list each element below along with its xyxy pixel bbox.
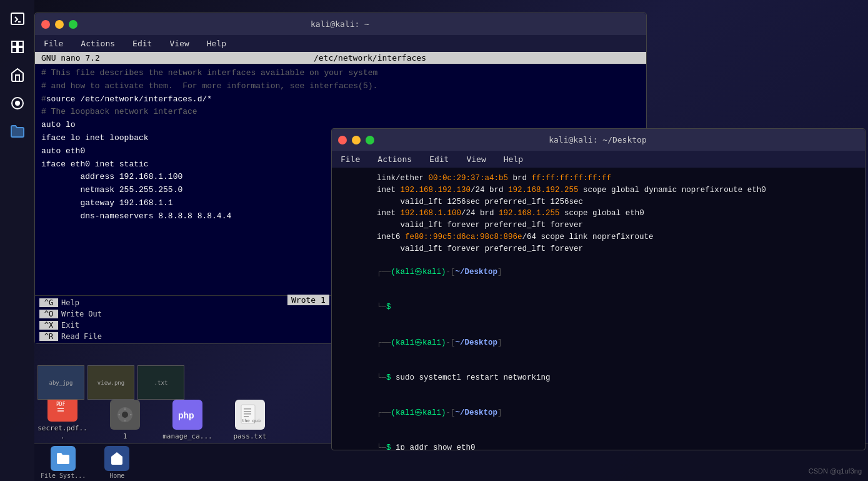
desktop-file-1[interactable]: 1 — [100, 400, 150, 440]
terminal-window: kali@kali: ~/Desktop File Actions Edit V… — [331, 128, 866, 450]
term-prompt-3: ┌──(kali㉿kali)-[~/Desktop] — [339, 395, 857, 430]
desktop-file-pass-txt[interactable]: the quieter pass.txt — [225, 400, 275, 440]
svg-text:PDF: PDF — [56, 402, 66, 407]
desktop-thumb-2[interactable]: view.png — [87, 365, 134, 400]
svg-text:php: php — [178, 410, 194, 420]
nano-menu-help[interactable]: Help — [204, 38, 229, 49]
term-prompt-1: ┌──(kali㉿kali)-[~/Desktop] — [339, 255, 857, 290]
terminal-menu-edit[interactable]: Edit — [427, 153, 451, 165]
svg-rect-4 — [12, 48, 17, 53]
nano-titlebar: kali@kali: ~ — [35, 13, 646, 35]
svg-rect-5 — [18, 48, 23, 53]
nano-line-1: # This file describes the network interf… — [41, 67, 640, 80]
svg-point-7 — [15, 101, 20, 106]
shortcut-write-out: ^O Write Out — [36, 308, 341, 320]
file-icon-php: php — [172, 400, 202, 430]
nano-version: GNU nano 7.2 — [41, 53, 100, 63]
nano-menu-bar: File Actions Edit View Help — [35, 35, 646, 52]
svg-point-13 — [122, 412, 128, 418]
nano-line-4: #source /etc/network/interfaces.d/* — [41, 93, 640, 106]
shortcut-desc-readfile: Read File — [61, 332, 102, 341]
term-prompt-1b: └─$ — [339, 290, 857, 325]
svg-rect-20 — [244, 416, 249, 417]
svg-rect-3 — [18, 41, 23, 46]
term-output-5: valid_lft forever preferred_lft forever — [339, 220, 857, 231]
sidebar-icon-folder[interactable] — [5, 119, 30, 144]
nano-close-button[interactable] — [41, 20, 50, 29]
svg-rect-17 — [244, 408, 251, 410]
term-output-4: inet 192.168.1.100/24 brd 192.168.1.255 … — [339, 208, 857, 220]
term-output-2: inet 192.168.192.130/24 brd 192.168.192.… — [339, 185, 857, 196]
shortcut-key-writeout: ^O — [39, 310, 58, 318]
taskbar-item-folder[interactable]: File Syst... — [41, 446, 86, 479]
nano-header-bar: GNU nano 7.2 /etc/network/interfaces — [35, 52, 646, 64]
svg-text:the quieter: the quieter — [242, 418, 261, 423]
file-icon-txt: the quieter — [235, 400, 265, 430]
sidebar — [0, 0, 34, 481]
term-prompt-3b: └─$ ip addr show eth0 — [339, 431, 857, 450]
terminal-menu-view[interactable]: View — [464, 153, 488, 165]
desktop-thumb-1[interactable]: aby_jpg — [37, 365, 84, 400]
term-output-6: inet6 fe80::99c5:d6ca:98c8:896e/64 scope… — [339, 231, 857, 243]
term-output-3: valid_lft 1256sec preferred_lft 1256sec — [339, 196, 857, 208]
svg-rect-10 — [57, 408, 64, 409]
sidebar-icon-files[interactable] — [5, 34, 30, 59]
nano-line-6: # The loopback network interface — [41, 106, 640, 119]
desktop-thumb-3[interactable]: .txt — [137, 365, 184, 400]
terminal-content[interactable]: link/ether 00:0c:29:37:a4:b5 brd ff:ff:f… — [332, 168, 865, 450]
terminal-menu-actions[interactable]: Actions — [375, 153, 414, 165]
sidebar-icon-terminal[interactable] — [5, 6, 30, 31]
desktop: kali@kali: ~ File Actions Edit View Help… — [0, 0, 868, 481]
term-output-7: valid_lft forever preferred_lft forever — [339, 243, 857, 255]
shortcut-key-readfile: ^R — [39, 332, 58, 341]
term-prompt-2: ┌──(kali㉿kali)-[~/Desktop] — [339, 325, 857, 360]
shortcut-exit: ^X Exit — [36, 320, 341, 331]
terminal-maximize-button[interactable] — [366, 136, 374, 144]
svg-rect-9 — [57, 410, 64, 412]
terminal-titlebar: kali@kali: ~/Desktop — [332, 129, 865, 151]
taskbar-label-home: Home — [109, 472, 124, 479]
desktop-file-manage-ca[interactable]: php manage_ca... — [162, 400, 212, 440]
terminal-menu-bar: File Actions Edit View Help — [332, 151, 865, 168]
wrote-message: Wrote 1 — [287, 295, 329, 305]
shortcut-key-help: ^G — [39, 298, 58, 307]
svg-rect-19 — [244, 413, 251, 415]
file-label-1: 1 — [123, 432, 127, 440]
terminal-minimize-button[interactable] — [352, 136, 361, 144]
file-icon-gear — [110, 400, 140, 430]
nano-window-title: kali@kali: ~ — [311, 19, 369, 29]
nano-line-2: # and how to activate them. For more inf… — [41, 80, 640, 93]
nano-maximize-button[interactable] — [69, 20, 77, 29]
taskbar-home-icon — [104, 446, 129, 471]
nano-window-controls — [41, 20, 77, 29]
term-prompt-2b: └─$ sudo systemctl restart networking — [339, 360, 857, 395]
terminal-menu-file[interactable]: File — [338, 153, 362, 165]
terminal-menu-help[interactable]: Help — [501, 153, 526, 165]
nano-minimize-button[interactable] — [55, 20, 64, 29]
nano-menu-view[interactable]: View — [167, 38, 191, 49]
term-output-1: link/ether 00:0c:29:37:a4:b5 brd ff:ff:f… — [339, 173, 857, 185]
nano-menu-actions[interactable]: Actions — [78, 38, 117, 49]
terminal-window-controls — [338, 136, 374, 144]
shortcut-desc-help: Help — [61, 298, 79, 307]
desktop-thumbnails: aby_jpg view.png .txt — [37, 365, 184, 400]
taskbar-label-folder: File Syst... — [41, 472, 86, 479]
shortcut-desc-writeout: Write Out — [61, 310, 102, 318]
nano-menu-file[interactable]: File — [41, 38, 66, 49]
sidebar-icon-home[interactable] — [5, 63, 30, 88]
shortcut-key-exit: ^X — [39, 321, 58, 330]
terminal-window-title: kali@kali: ~/Desktop — [549, 135, 647, 144]
shortcut-desc-exit: Exit — [61, 321, 79, 330]
watermark: CSDN @q1uf3ng — [809, 467, 862, 475]
file-label-secret-pdf: secret.pdf... — [37, 424, 87, 440]
taskbar-folder-icon — [51, 446, 76, 471]
svg-rect-2 — [12, 41, 17, 46]
nano-menu-edit[interactable]: Edit — [130, 38, 154, 49]
svg-rect-18 — [244, 411, 251, 412]
sidebar-icon-circle[interactable] — [5, 91, 30, 116]
taskbar-item-home[interactable]: Home — [95, 446, 139, 479]
shortcut-read-file: ^R Read File — [36, 331, 341, 342]
terminal-close-button[interactable] — [338, 136, 347, 144]
file-label-manage-ca: manage_ca... — [162, 432, 212, 440]
nano-file-path: /etc/network/interfaces — [314, 53, 426, 63]
